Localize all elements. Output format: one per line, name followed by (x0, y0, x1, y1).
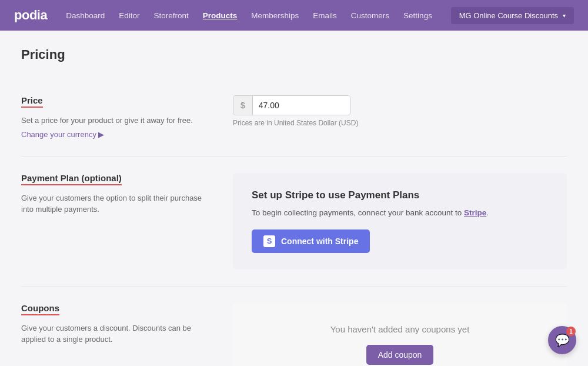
price-description: Set a price for your product or give it … (21, 115, 209, 127)
payment-plan-description: Give your customers the option to split … (21, 192, 209, 215)
nav-storefront[interactable]: Storefront (154, 11, 189, 20)
chat-icon: 💬 (555, 333, 570, 347)
price-input[interactable] (253, 96, 350, 115)
coupons-section: Coupons Give your customers a discount. … (21, 287, 567, 366)
coupons-section-left: Coupons Give your customers a discount. … (21, 303, 209, 366)
payment-plan-section-left: Payment Plan (optional) Give your custom… (21, 173, 209, 269)
price-input-wrapper: $ (233, 95, 350, 115)
stripe-card: Set up Stripe to use Payment Plans To be… (233, 173, 567, 269)
price-currency-note: Prices are in United States Dollar (USD) (233, 119, 567, 127)
coupons-empty-message: You haven't added any coupons yet (330, 324, 470, 334)
nav-settings[interactable]: Settings (403, 11, 432, 20)
logo: podia (14, 8, 47, 23)
stripe-card-title: Set up Stripe to use Payment Plans (252, 189, 548, 201)
payment-plan-label: Payment Plan (optional) (21, 173, 122, 185)
price-section: Price Set a price for your product or gi… (21, 79, 567, 157)
nav-memberships[interactable]: Memberships (251, 11, 299, 20)
navigation: podia Dashboard Editor Storefront Produc… (0, 0, 588, 31)
coupons-section-right: You haven't added any coupons yet Add co… (233, 303, 567, 366)
page-title: Pricing (21, 47, 567, 62)
connect-stripe-label: Connect with Stripe (281, 237, 358, 246)
arrow-icon: ▶ (98, 130, 104, 139)
price-label: Price (21, 95, 43, 108)
nav-editor[interactable]: Editor (119, 11, 139, 20)
stripe-external-link[interactable]: Stripe (464, 208, 486, 217)
payment-plan-section: Payment Plan (optional) Give your custom… (21, 157, 567, 287)
chat-badge: 1 (566, 327, 576, 336)
add-coupon-button[interactable]: Add coupon (366, 345, 434, 365)
price-section-right: $ Prices are in United States Dollar (US… (233, 95, 567, 139)
coupons-card: You haven't added any coupons yet Add co… (233, 303, 567, 366)
main-content: Pricing Price Set a price for your produ… (12, 31, 576, 366)
payment-plan-section-right: Set up Stripe to use Payment Plans To be… (233, 173, 567, 269)
stripe-card-description: To begin collecting payments, connect yo… (252, 207, 548, 219)
nav-customers[interactable]: Customers (351, 11, 389, 20)
chat-bubble[interactable]: 💬 1 (548, 326, 576, 354)
nav-products[interactable]: Products (203, 11, 238, 20)
chevron-down-icon: ▾ (563, 12, 566, 19)
stripe-s-icon: S (263, 235, 275, 247)
price-section-left: Price Set a price for your product or gi… (21, 95, 209, 139)
currency-symbol: $ (233, 96, 253, 115)
account-label: MG Online Course Discounts (459, 11, 558, 20)
change-currency-link[interactable]: Change your currency ▶ (21, 130, 104, 139)
account-menu-button[interactable]: MG Online Course Discounts ▾ (451, 7, 574, 24)
nav-emails[interactable]: Emails (313, 11, 337, 20)
coupons-description: Give your customers a discount. Discount… (21, 322, 209, 345)
coupons-label: Coupons (21, 303, 59, 315)
nav-links: Dashboard Editor Storefront Products Mem… (66, 11, 450, 20)
nav-dashboard[interactable]: Dashboard (66, 11, 105, 20)
connect-stripe-button[interactable]: S Connect with Stripe (252, 229, 370, 253)
